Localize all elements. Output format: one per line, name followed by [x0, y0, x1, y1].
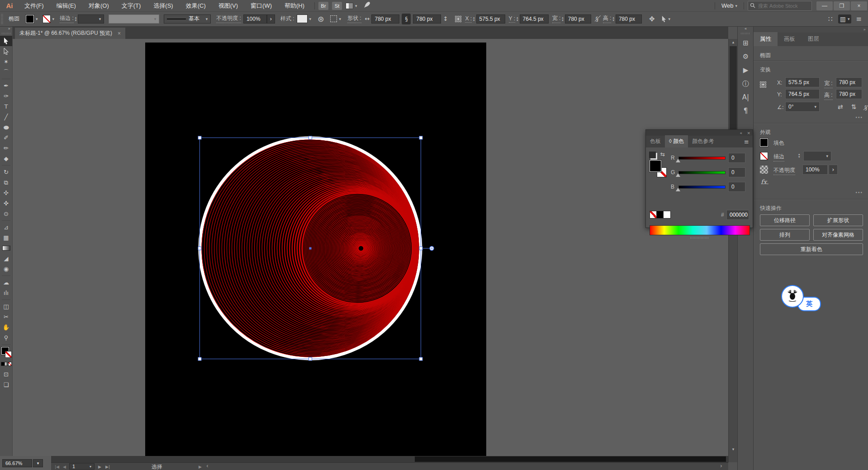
ellipse-blend-artwork[interactable]	[12, 39, 728, 462]
appearance-opacity-field[interactable]: 100%	[802, 165, 828, 175]
appearance-stroke-stepper[interactable]: ▴▾	[798, 153, 800, 158]
appearance-more-options[interactable]: •••	[855, 190, 863, 195]
pen-tool[interactable]: ✒	[0, 81, 12, 91]
workspace-switcher[interactable]: Web ▾	[721, 2, 737, 9]
ime-toolbar[interactable]: 英	[781, 285, 823, 312]
x-field[interactable]: 575.5 px	[476, 14, 505, 24]
fill-swatch[interactable]	[26, 15, 34, 23]
quick-action-扩展形状[interactable]: 扩展形状	[813, 214, 863, 226]
fill-stroke-widget[interactable]	[1, 347, 12, 358]
tab-图层[interactable]: 图层	[802, 32, 825, 46]
appearance-stroke-label[interactable]: 描边	[773, 153, 784, 161]
status-popup-icon[interactable]: ▶	[199, 465, 202, 469]
curvature-tool[interactable]: ✑	[0, 91, 12, 101]
play-panel-icon[interactable]: ▶	[738, 63, 754, 77]
toolbar-grip[interactable]	[2, 33, 10, 34]
select-similar-button[interactable]: ▾	[661, 16, 671, 22]
menu-编辑[interactable]: 编辑(E)	[57, 2, 76, 10]
transform-more-options[interactable]: •••	[855, 115, 863, 120]
menu-对象[interactable]: 对象(O)	[89, 2, 109, 10]
transform-w-field[interactable]: 780 px	[836, 77, 862, 87]
style-dropdown[interactable]: ▾	[297, 14, 312, 23]
quick-action-对齐像素网格[interactable]: 对齐像素网格	[813, 229, 863, 241]
ellipse-tool[interactable]: ●	[0, 122, 12, 133]
quick-action-重新着色[interactable]: 重新着色	[760, 243, 863, 255]
appearance-opacity-more-button[interactable]: ›	[829, 165, 838, 175]
transform-x-field[interactable]: 575.5 px	[785, 77, 820, 87]
x-stepper[interactable]: ▴▾	[473, 16, 475, 22]
panel-collapse-button[interactable]: »	[754, 26, 868, 33]
stroke-weight-label[interactable]: 描边 :	[60, 14, 74, 23]
menu-帮助[interactable]: 帮助(H)	[285, 2, 304, 10]
width-field[interactable]: 780 px	[565, 14, 591, 24]
y-label[interactable]: Y :	[509, 15, 515, 23]
slider-thumb-R[interactable]	[676, 159, 680, 162]
gradient-tool[interactable]	[0, 243, 12, 253]
bridge-button[interactable]: Br	[318, 2, 328, 10]
fill-stroke-swatches[interactable]	[0, 346, 12, 359]
color-panel-menu-icon[interactable]: ≡	[744, 138, 749, 145]
strip-collapse-button[interactable]: «	[738, 26, 754, 32]
fill-color-control[interactable]: ▾	[26, 15, 38, 23]
canvas-area[interactable]	[12, 39, 728, 462]
slider-track-G[interactable]	[678, 171, 726, 174]
zoom-level-field[interactable]: 66.67%	[2, 459, 32, 467]
slider-track-B[interactable]	[678, 185, 726, 189]
hex-field[interactable]: 000000	[726, 210, 749, 220]
document-tab[interactable]: 未标题-1* @ 66.67% (RGB/GPU 预览) ×	[15, 28, 125, 39]
width-stepper[interactable]: ▴▾	[562, 16, 564, 22]
shape-link-button[interactable]: §	[402, 14, 411, 24]
ime-logo-badge[interactable]	[781, 285, 804, 308]
height-label[interactable]: 高 :	[603, 14, 612, 23]
zoom-dropdown-button[interactable]: ▾	[33, 459, 43, 467]
flip-vertical-button[interactable]: ⇅	[851, 103, 857, 110]
paintbrush-tool[interactable]: ✐	[0, 133, 12, 143]
stock-button[interactable]: St	[332, 2, 342, 10]
scroll-right-icon[interactable]: ›	[720, 463, 722, 469]
color-mode-t3[interactable]	[8, 362, 12, 366]
stroke-swatch[interactable]	[43, 15, 51, 23]
free-transform-tool[interactable]: ⊙	[0, 209, 12, 219]
panel-arrangement-button[interactable]: ▥ ▾	[838, 14, 852, 24]
hand-tool[interactable]: ✋	[0, 322, 12, 332]
perspective-grid-tool[interactable]: ⊿	[0, 222, 12, 233]
slider-track-R[interactable]	[678, 157, 726, 160]
height-stepper[interactable]: ▴▾	[612, 16, 614, 22]
shape-height-field[interactable]: 780 px	[413, 14, 441, 24]
stroke-weight-field[interactable]: ▾	[78, 14, 104, 24]
vertical-scrollbar[interactable]: ▴ ▾	[728, 39, 738, 462]
color-mode-strip[interactable]	[0, 359, 12, 369]
menu-视图[interactable]: 视图(V)	[218, 2, 238, 10]
appearance-stroke-swatch[interactable]	[760, 152, 768, 160]
eyedropper-tool[interactable]: ◢	[0, 253, 12, 264]
close-window-button[interactable]: ×	[851, 1, 867, 10]
previous-artboard-button[interactable]: ◀	[63, 465, 66, 469]
drawing-mode-button[interactable]: ⊡	[0, 369, 12, 380]
slider-value-B[interactable]: 0	[728, 182, 745, 192]
layout-switcher-button[interactable]: ▾	[346, 3, 357, 9]
symbol-sprayer-tool[interactable]: ☁	[0, 277, 12, 288]
control-menu-icon[interactable]: ≡	[856, 15, 862, 23]
slider-value-R[interactable]: 0	[728, 153, 745, 163]
artboards-panel-icon[interactable]: ⊞	[738, 36, 754, 50]
strip-grip[interactable]	[741, 33, 750, 34]
shaper-tool[interactable]: ✏	[0, 143, 12, 153]
direct-selection-tool[interactable]	[0, 46, 12, 57]
color-tab-颜色参考[interactable]: 颜色参考	[688, 135, 718, 147]
scale-tool[interactable]: ⧉	[0, 177, 12, 188]
document-grid-icon[interactable]: ∷	[828, 15, 833, 23]
puppet-warp-tool[interactable]: ✜	[0, 198, 12, 209]
menu-文件[interactable]: 文件(F)	[24, 2, 44, 10]
isolate-selection-button[interactable]: ▾	[330, 15, 341, 22]
close-document-icon[interactable]: ×	[118, 30, 121, 37]
toolbar-stroke-swatch[interactable]	[5, 351, 12, 358]
y-stepper[interactable]: ▴▾	[517, 16, 518, 22]
tab-画板[interactable]: 画板	[778, 32, 802, 46]
color-panel-close-icon[interactable]: ×	[747, 131, 750, 135]
tab-属性[interactable]: 属性	[754, 32, 778, 46]
line-segment-tool[interactable]: ╱	[0, 112, 12, 122]
opacity-field[interactable]: 100%	[243, 14, 267, 24]
slider-thumb-G[interactable]	[676, 173, 680, 177]
minimize-button[interactable]: —	[816, 1, 833, 10]
menu-选择[interactable]: 选择(S)	[153, 2, 173, 10]
